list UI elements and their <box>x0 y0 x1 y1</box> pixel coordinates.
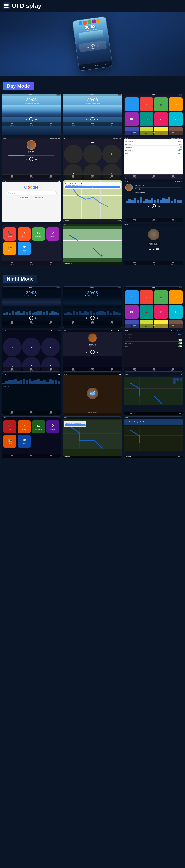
notplay-play[interactable]: ▶ <box>153 248 155 251</box>
night-play-2[interactable]: ⏸ <box>90 316 95 320</box>
night-app-icon-4[interactable]: ⚙ <box>169 290 183 304</box>
social-play[interactable]: ⏸ <box>152 204 156 208</box>
nav-social-apts[interactable]: APTS <box>152 218 155 221</box>
night-bt-play[interactable]: ⏸ <box>90 350 95 354</box>
bt-next[interactable]: ⏭ <box>35 158 38 161</box>
nav-social-auto[interactable]: AUTO <box>171 218 175 221</box>
night-bt-prev[interactable]: ⏮ <box>86 350 89 353</box>
nav-btcall-auto[interactable]: AUTO <box>110 175 113 178</box>
social-track-2[interactable]: 华乐_悦.mp3 <box>135 188 181 191</box>
dial-2[interactable]: 2 <box>83 145 102 163</box>
night-nav-btcall-apts[interactable]: APTS <box>30 368 33 371</box>
night-nav-btsettings-dmal[interactable]: DMAL <box>133 368 136 371</box>
night-nav3-apts[interactable]: APTS <box>152 324 155 328</box>
night-carplay-maps[interactable]: 🗺Maps <box>18 435 31 448</box>
notplay-next[interactable]: ⏭ <box>156 248 159 251</box>
google-search-btn[interactable]: Google Search <box>19 196 30 199</box>
nav-btcall-dmal[interactable]: DMAL <box>72 175 75 178</box>
app-icon-photo[interactable]: 📷 <box>154 97 168 112</box>
nav-bt1-dmal[interactable]: DMAL <box>10 175 14 178</box>
night-nav2-apts[interactable]: APTS <box>91 321 94 324</box>
night-next-2[interactable]: ⏭ <box>96 316 99 319</box>
night-dir-up[interactable]: ↑ <box>173 378 176 381</box>
night-carplay-radio[interactable]: 📻Radio <box>3 435 17 448</box>
night-nav-btmusic-apts[interactable]: APTS <box>91 368 94 371</box>
power-toggle[interactable] <box>178 153 182 154</box>
night-carplay-music[interactable]: ♪Music <box>18 420 31 433</box>
play-btn-2[interactable]: ⏸ <box>90 117 95 121</box>
night-map-go[interactable]: GO <box>64 424 85 426</box>
night-nav3-auto[interactable]: AUTO <box>171 324 175 328</box>
nav-bt1-auto[interactable]: AUTO <box>49 175 52 178</box>
app-icon-music[interactable]: ♪ <box>139 97 154 112</box>
setting-auto-answer[interactable]: Auto answer <box>125 146 182 149</box>
night-nav-eq-apts[interactable]: APTS <box>30 411 33 414</box>
google-search-bar[interactable]: 🔍 Search <box>6 191 57 195</box>
app-icon-car[interactable]: 🚗 <box>139 112 154 126</box>
app-icon-app3[interactable]: ★ <box>154 112 168 126</box>
night-nav1-dmal[interactable]: DMAL <box>10 321 14 324</box>
night-nav-btcall-dmal[interactable]: DMAL <box>10 368 14 371</box>
google-lucky-btn[interactable]: I'm Feeling Lucky <box>31 196 44 199</box>
night-carplay-podcast[interactable]: 🎙Podcast <box>46 420 59 433</box>
night-nav1-auto[interactable]: AUTO <box>49 321 52 324</box>
carplay-podcast[interactable]: 🎙Podcast <box>46 227 59 241</box>
nav-item-auto-3[interactable]: AUTO <box>171 132 175 134</box>
dial-3[interactable]: 3 <box>102 145 121 163</box>
night-nav-btcall-auto[interactable]: AUTO <box>49 368 52 371</box>
night-app-icon-2[interactable]: ♪ <box>139 290 154 304</box>
night-nav-btsettings-auto[interactable]: AUTO <box>171 368 175 371</box>
app-icon-settings[interactable]: ⚙ <box>169 97 183 112</box>
nav-btcall-apts[interactable]: APTS <box>91 175 94 178</box>
carplay-music[interactable]: ♪Music <box>18 227 31 241</box>
bt-prev[interactable]: ⏮ <box>25 158 28 161</box>
nav-item-dmal-1[interactable]: DMAL <box>10 123 14 126</box>
night-app-icon-3[interactable]: 📷 <box>154 290 168 304</box>
night-nav-btmusic-auto[interactable]: AUTO <box>110 368 113 371</box>
night-nav-cp-apts[interactable]: APTS <box>30 455 33 458</box>
night-nav2-dmal[interactable]: DMAL <box>72 321 75 324</box>
night-app-icon-5[interactable]: BT <box>125 305 139 319</box>
night-nav3-dmal[interactable]: DMAL <box>133 324 136 328</box>
nav-btsettings-auto[interactable]: AUTO <box>171 175 175 178</box>
auto-answer-toggle[interactable] <box>178 146 182 148</box>
nav-item-apts-1[interactable]: APTS <box>30 123 33 126</box>
night-carplay-msg[interactable]: ✉Messages <box>32 420 45 433</box>
next-btn-2[interactable]: ⏭ <box>96 118 99 121</box>
night-carplay-phone[interactable]: 📞Phone <box>3 420 17 433</box>
night-nav-cp-dmal[interactable]: DMAL <box>10 455 14 458</box>
night-dial-2[interactable]: 2 <box>22 338 41 356</box>
notplay-prev[interactable]: ⏮ <box>149 248 151 251</box>
nav-apts[interactable]: APTS <box>94 64 98 67</box>
night-prev-2[interactable]: ⏮ <box>86 316 89 319</box>
night-app-icon-6[interactable]: 🚗 <box>139 305 154 319</box>
night-dial-1[interactable]: 1 <box>3 338 22 356</box>
social-track-3[interactable]: 华乐_综201.mp3 <box>135 191 181 194</box>
night-nav-btmusic-dmal[interactable]: DMAL <box>72 368 75 371</box>
nav-carplay-apts[interactable]: APTS <box>30 262 33 265</box>
night-play-1[interactable]: ⏸ <box>29 316 33 320</box>
night-setting-auto-connect[interactable]: Auto connect <box>125 342 182 345</box>
app-icon-bt[interactable]: BT <box>125 112 139 126</box>
night-power-toggle[interactable] <box>178 345 182 347</box>
nav-carplay-dmal[interactable]: DMAL <box>10 262 14 265</box>
night-dir-right[interactable]: → <box>176 378 179 381</box>
carplay-msg[interactable]: ✉Messages <box>32 227 45 241</box>
nav-item-auto-2[interactable]: AUTO <box>110 123 113 126</box>
night-dial-3[interactable]: 3 <box>41 338 60 356</box>
night-bt-next[interactable]: ⏭ <box>96 350 99 353</box>
nav-item-apts-2[interactable]: APTS <box>91 123 94 126</box>
nav-notplay-auto[interactable]: AUTO <box>171 262 175 265</box>
menu-icon[interactable] <box>3 2 10 9</box>
night-nav-eq-auto[interactable]: AUTO <box>49 411 52 414</box>
auto-connect-toggle[interactable] <box>178 149 182 151</box>
nav-carplay-auto[interactable]: AUTO <box>49 262 52 265</box>
hamburger-icon[interactable] <box>178 4 182 7</box>
social-track-1[interactable]: 华乐_综合.mp3 <box>135 184 181 188</box>
bt-play[interactable]: ⏸ <box>29 157 33 161</box>
night-nav1-apts[interactable]: APTS <box>30 321 33 324</box>
map-go-button[interactable]: GO <box>65 186 120 188</box>
night-app-icon-1[interactable]: ✈ <box>125 290 139 304</box>
night-prev-1[interactable]: ⏮ <box>25 316 28 319</box>
carplay-app5[interactable]: 📻Radio <box>3 242 17 255</box>
